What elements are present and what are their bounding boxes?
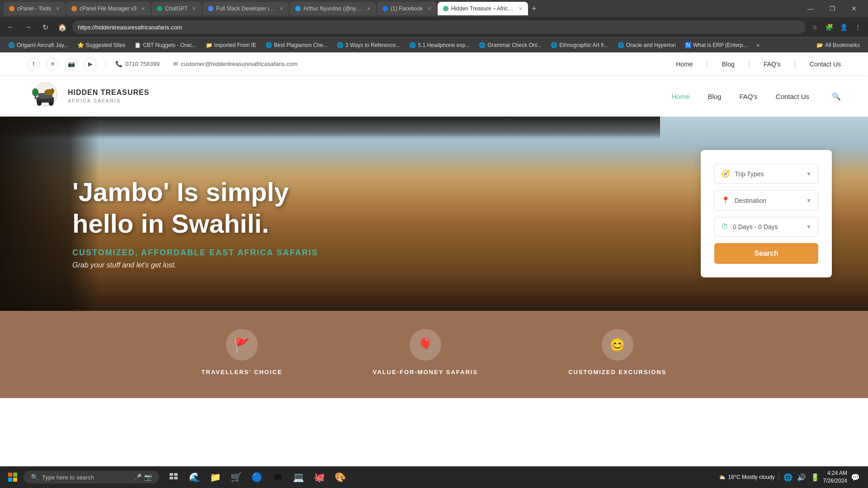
bookmark-icon: 🌐 [479,42,486,48]
tab-close-icon[interactable]: ✕ [141,6,145,12]
tab-close-icon[interactable]: ✕ [192,6,196,12]
hero-content: 'Jambo' Is simply hello in Swahili. CUST… [0,158,701,269]
bookmark-all[interactable]: 📂 All Bookmarks [813,41,863,50]
taskbar-explorer[interactable]: 📁 [205,467,225,487]
taskbar-ps[interactable]: 🎨 [330,467,350,487]
main-nav-home[interactable]: Home [671,93,689,100]
bookmark-plagiarism[interactable]: 🌐 Best Plagiarism Che... [262,41,331,50]
value-money-icon: 🎈 [410,329,441,361]
taskbar-chrome[interactable]: 🔵 [247,467,267,487]
toolbar-icons: ☆ 🧩 👤 ⋮ [808,21,864,33]
notification-area: 🌐 🔊 🔋 [778,473,820,482]
tab-fullstack[interactable]: Full Stack Developer in Nairobi ✕ [203,2,289,15]
bookmark-icon[interactable]: ☆ [808,21,821,33]
tab-hidden-treasure[interactable]: Hidden Treasure – Africa Safari ✕ [438,2,528,15]
bookmark-icon: 🌐 [409,42,416,48]
tab-chatgpt[interactable]: ChatGPT ✕ [151,2,202,15]
address-input[interactable] [72,20,806,34]
tab-close-icon[interactable]: ✕ [279,6,283,12]
duration-select[interactable]: ⏱ 0 Days - 0 Days ▼ [714,217,818,237]
tab-twitter[interactable]: Arthur Nyundoo (@nyundoo_... ✕ [290,2,376,15]
destination-select[interactable]: 📍 Destination ▼ [714,190,818,211]
main-nav-links: Home Blog FAQ's Contact Us 🔍 [671,92,841,101]
bookmark-cbt[interactable]: 📋 CBT Nuggets - Orac... [131,41,200,50]
top-nav: Home | Blog | FAQ's | Contact Us [676,60,841,68]
tab-close-icon[interactable]: ✕ [427,6,431,12]
top-nav-blog[interactable]: Blog [722,61,735,68]
tab-close-icon[interactable]: ✕ [56,6,60,12]
profile-icon[interactable]: 👤 [837,21,850,33]
top-nav-home[interactable]: Home [676,61,693,68]
tab-facebook[interactable]: (1) Facebook ✕ [377,2,437,15]
search-button[interactable]: Search [714,243,818,264]
bookmark-grammar[interactable]: 🌐 Grammar Check Onl... [475,41,545,50]
main-nav-blog[interactable]: Blog [708,93,721,100]
youtube-icon[interactable]: ▶ [84,58,97,70]
phone-icon: 📞 [115,61,123,67]
duration-arrow: ▼ [806,224,811,230]
taskbar-edge[interactable]: 🌊 [184,467,204,487]
taskbar-right-area: ⛅ 16°C Mostly cloudy 🌐 🔊 🔋 4:24 AM 7/26/… [719,469,864,485]
main-nav-contact[interactable]: Contact Us [776,93,809,100]
back-button[interactable]: ← [4,20,18,34]
minimize-button[interactable]: — [800,2,821,15]
start-button[interactable] [4,468,22,486]
bookmark-oracle[interactable]: 🌐 Oracle and Hyperion [614,41,679,50]
trip-types-select[interactable]: 🧭 Trip Types ▼ [714,164,818,184]
search-camera-icon: 📷 [144,474,152,481]
twitter-icon[interactable]: ✕ [46,58,59,70]
contact-info: 📞 0710 758399 ✉ customer@hiddentreasures… [106,61,297,67]
taskbar-github[interactable]: 🐙 [309,467,329,487]
weather-widget[interactable]: ⛅ 16°C Mostly cloudy [719,474,775,480]
hero-heading: 'Jambo' Is simply hello in Swahili. [72,176,701,239]
bookmark-headphone[interactable]: 🌐 5.1 Headphone exp... [406,41,473,50]
bookmark-ethnographic[interactable]: 🌐 Ethnographic Art fr... [547,41,612,50]
tab-close-icon[interactable]: ✕ [367,6,371,12]
bookmark-erp[interactable]: N What is ERP (Enterp... [681,41,751,50]
tab-cpanel-tools[interactable]: cPanel - Tools ✕ [4,2,65,15]
main-nav-faqs[interactable]: FAQ's [739,93,757,100]
website-content: f ✕ 📷 ▶ 📞 0710 758399 ✉ customer@hiddent… [0,52,868,398]
new-tab-button[interactable]: + [529,4,539,14]
menu-icon[interactable]: ⋮ [852,21,864,33]
destination-label: Destination [735,197,802,204]
bookmark-more[interactable]: » [753,41,763,50]
bookmark-imported[interactable]: 📁 Imported From IE [202,41,260,50]
taskbar-app-icons: 🌊 📁 🛒 🔵 ✉ 💻 🐙 🎨 [164,467,350,487]
taskbar-task-view[interactable] [164,467,184,487]
search-magnifier-icon: 🔍 [31,474,38,481]
svg-rect-14 [174,473,178,476]
tab-close-active-icon[interactable]: ✕ [519,6,523,12]
trip-types-icon: 🧭 [721,169,730,178]
taskbar-mail[interactable]: ✉ [268,467,288,487]
network-icon[interactable]: 🌐 [783,473,793,482]
home-button[interactable]: 🏠 [55,20,70,34]
svg-point-6 [50,89,54,94]
extension-icon[interactable]: 🧩 [823,21,835,33]
email-icon: ✉ [173,61,178,67]
bookmark-suggested[interactable]: ⭐ Suggested Sites [74,41,129,50]
tab-cpanel-fm[interactable]: cPanel File Manager v3 ✕ [66,2,151,15]
battery-icon[interactable]: 🔋 [811,473,820,482]
taskbar-search-box[interactable]: 🔍 Type here to search 🎤 📷 [24,471,159,483]
clock[interactable]: 4:24 AM 7/26/2024 [823,469,847,485]
search-icon[interactable]: 🔍 [832,92,841,101]
volume-icon[interactable]: 🔊 [797,473,806,482]
destination-arrow: ▼ [806,197,811,204]
reload-button[interactable]: ↻ [38,20,52,34]
restore-button[interactable]: ❐ [822,2,843,15]
facebook-icon[interactable]: f [27,58,40,70]
features-section: 🚩 TRAVELLERS' CHOICE 🎈 VALUE-FOR-MONEY S… [0,311,868,398]
top-nav-contact[interactable]: Contact Us [810,61,841,68]
windows-logo-icon [8,473,17,482]
instagram-icon[interactable]: 📷 [65,58,78,70]
forward-button[interactable]: → [21,20,35,34]
taskbar-vscode[interactable]: 💻 [288,467,308,487]
bookmark-3ways[interactable]: 🌐 3 Ways to Reference... [333,41,404,50]
close-button[interactable]: ✕ [844,2,864,15]
taskbar-store[interactable]: 🛒 [226,467,246,487]
customized-excursions-label: CUSTOMIZED EXCURSIONS [568,369,666,375]
top-nav-faqs[interactable]: FAQ's [764,61,781,68]
notification-icon[interactable]: 💬 [851,473,860,482]
bookmark-origami[interactable]: 🌐 Origami Aircraft Jay... [5,41,72,50]
